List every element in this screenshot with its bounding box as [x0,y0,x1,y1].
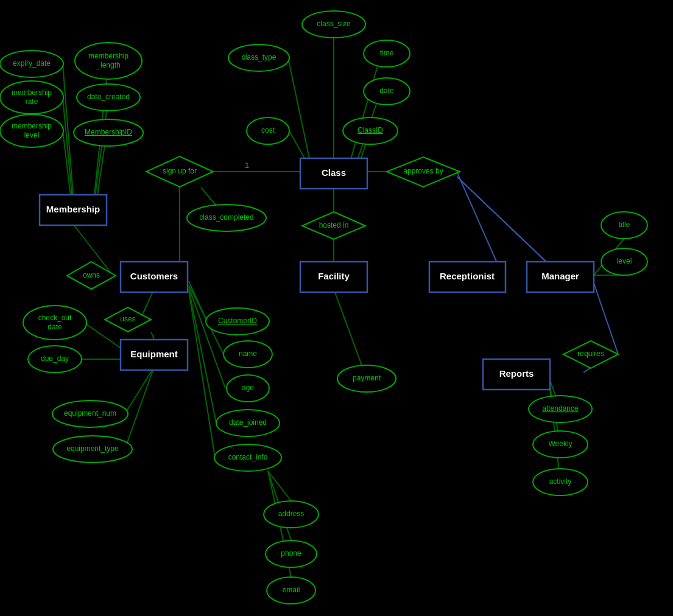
attr-class-completed-label: class_completed [199,213,253,222]
attr-membership-length-label: membership [88,52,129,60]
attr-class-type-label: class_type [242,53,277,61]
attr-class-id-label: ClassID [358,126,383,135]
attr-title-label: title [619,220,630,229]
diamond-requires-label: requires [577,349,604,358]
diamond-hosted-in-label: hosted in [319,221,349,229]
diamond-approves-by-label: approves by [403,167,443,175]
entity-manager-label: Manager [541,271,579,281]
attr-name-label: name [239,349,257,358]
er-diagram: Membership Customers Class Facility Rece… [0,0,673,616]
attr-check-out-date-label: check_out [38,313,72,322]
attr-membership-level-label: membership [12,122,52,130]
cardinality-mark: 1 [245,161,249,170]
attr-contact-info-label: contact_info [228,453,268,461]
attr-email-label: email [283,586,300,594]
entity-class-label: Class [322,167,346,178]
attr-age-label: age [242,383,254,392]
attr-expiry-date-label: expiry_date [13,59,51,68]
attr-date-joined-label: date_joined [229,418,267,427]
entity-reports-label: Reports [499,368,534,379]
entity-equipment-label: Equipment [130,349,178,359]
attr-address-label: address [278,509,305,518]
attr-level-label: level [617,257,632,265]
diamond-uses-label: uses [120,315,135,323]
entity-customers-label: Customers [130,271,178,281]
attr-weekly-label: Weekly [548,439,572,448]
attr-phone-label: phone [281,549,301,558]
diamond-sign-up-for-label: sign up for [163,167,197,175]
attr-check-out-date-label2: date [48,323,62,331]
attr-payment-label: payment [353,374,381,382]
attr-date-label: date [379,86,394,95]
diamond-owns-label: owns [83,271,100,279]
attr-time-label: time [380,49,394,57]
attr-due-day-label: due_day [41,354,69,363]
attr-equipment-type-label: equipment_type [66,444,119,453]
attr-membership-level-label2: level [24,131,40,139]
entity-membership-label: Membership [46,204,100,214]
attr-membership-length-label2: _length [96,61,120,69]
attr-activity-label: activity [549,477,572,486]
entity-facility-label: Facility [318,271,350,281]
attr-equipment-num-label: equipment_num [64,409,116,418]
entity-receptionist-label: Receptionist [440,271,495,281]
attr-membership-id-label: MembershipID [85,128,132,136]
attr-date-created-label: date_created [87,93,130,101]
attr-membership-rate-label: membership [12,88,52,97]
attr-attendance-label: attendance [542,404,579,413]
attr-customer-id-label: CustomerID [218,317,257,325]
attr-membership-rate-label2: rate [26,97,38,106]
attr-class-size-label: class_size [317,19,351,28]
attr-cost-label: cost [261,126,275,135]
